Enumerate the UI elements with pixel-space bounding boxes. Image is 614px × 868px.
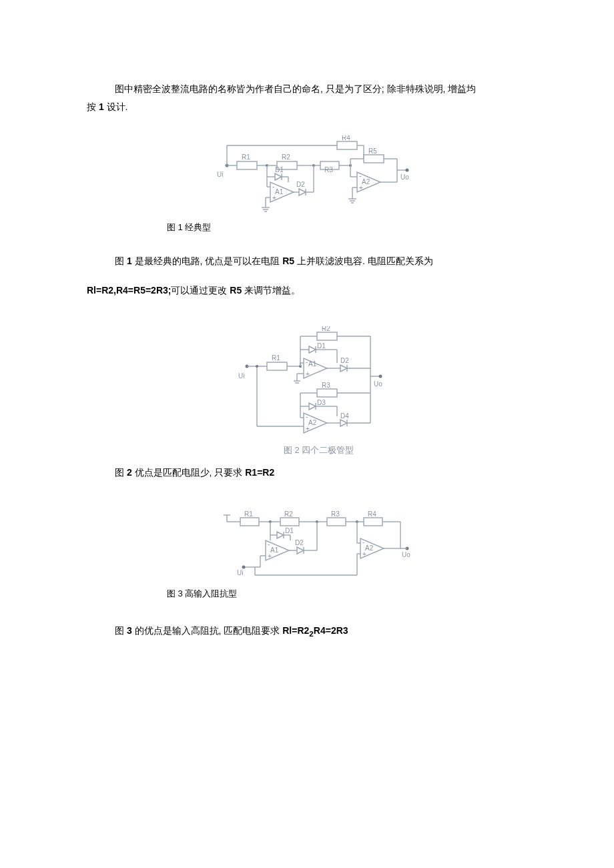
p1-b1: 1: [127, 256, 132, 266]
f3-r2: R2: [284, 510, 293, 518]
p3-a: 图: [115, 625, 127, 636]
figure-2-caption: 图 2 四个二极管型: [284, 445, 354, 455]
paragraph-2: 图 2 优点是匹配电阻少, 只要求 R1=R2: [87, 464, 541, 482]
svg-rect-146: [364, 518, 382, 526]
f3-uo: Uo: [402, 551, 410, 558]
document-page: 图中精密全波整流电路的名称皆为作者自己的命名, 只是为了区分; 除非特殊说明, …: [0, 0, 614, 693]
paragraph-3: 图 3 的优点是输入高阻抗, 匹配电阻要求 Rl=R22R4=2R3: [87, 622, 541, 641]
f2-r2: R2: [322, 326, 330, 332]
intro-bold: 1: [99, 101, 104, 112]
figure-3: R1 R2 D1 A1 -+ U: [87, 508, 541, 582]
f3-r3: R3: [331, 510, 340, 518]
svg-marker-82: [340, 365, 347, 372]
intro-text-1: 图中精密全波整流电路的名称皆为作者自己的命名, 只是为了区分; 除非特殊说明, …: [115, 83, 476, 94]
f3-a1: A1: [270, 546, 279, 554]
f2-uo: Uo: [374, 380, 382, 388]
svg-marker-26: [299, 189, 306, 195]
figure-1: Ui R1 R2 D1 A1 - +: [87, 135, 541, 215]
svg-marker-68: [309, 346, 316, 353]
svg-rect-40: [364, 155, 384, 163]
svg-rect-59: [267, 362, 287, 370]
svg-rect-36: [337, 141, 357, 149]
svg-rect-92: [317, 389, 337, 397]
svg-text:-: -: [272, 183, 274, 190]
svg-point-89: [256, 365, 258, 368]
f2-r3: R3: [322, 382, 330, 389]
figure-3-caption: 图 3 高输入阻抗型: [87, 586, 541, 602]
f3-a2: A2: [365, 544, 374, 552]
f2-a2: A2: [308, 419, 317, 426]
p3-b2b: R4=2R3: [314, 625, 348, 636]
svg-point-133: [242, 565, 246, 568]
intro-paragraph: 图中精密全波整流电路的名称皆为作者自己的命名, 只是为了区分; 除非特殊说明, …: [87, 80, 541, 115]
p3-b2a: Rl=R2: [282, 625, 309, 636]
p2-a: 图: [115, 467, 127, 478]
f1-p: 来调节增益。: [242, 285, 300, 296]
f2-r1: R1: [272, 354, 280, 362]
svg-text:-: -: [359, 172, 361, 179]
f3-ui: Ui: [237, 569, 243, 576]
f1-b2: R5: [230, 285, 242, 296]
circuit-3-svg: R1 R2 D1 A1 -+ U: [214, 508, 414, 582]
svg-rect-64: [317, 332, 337, 340]
f3-d1: D1: [285, 527, 294, 534]
intro-text-2a: 按: [87, 101, 99, 112]
f3-r1: R1: [244, 510, 253, 518]
f3-d2: D2: [295, 539, 304, 546]
svg-marker-107: [340, 420, 347, 426]
svg-text:+: +: [362, 550, 366, 558]
p1-a: 图: [115, 256, 127, 266]
label-ui: Ui: [217, 171, 223, 178]
f2-d3: D3: [317, 399, 326, 406]
svg-marker-11: [275, 173, 282, 180]
svg-marker-96: [309, 403, 316, 410]
svg-text:+: +: [359, 184, 363, 191]
label-a1: A1: [275, 188, 284, 195]
figure-1-caption: 图 1 经典型: [87, 220, 541, 236]
p3-m: 的优点是输入高阻抗, 匹配电阻要求: [132, 625, 283, 636]
p3-b1: 3: [127, 625, 132, 636]
formula-1: Rl=R2,R4=R5=2R3;可以通过更改 R5 来调节增益。: [87, 282, 541, 300]
svg-point-86: [379, 375, 382, 378]
svg-text:-: -: [306, 413, 308, 420]
label-r3: R3: [324, 166, 333, 173]
svg-marker-137: [297, 547, 304, 554]
svg-rect-2: [237, 161, 257, 169]
svg-text:+: +: [268, 552, 272, 560]
f1-m: 可以通过更改: [171, 285, 230, 296]
svg-text:-: -: [362, 538, 364, 546]
label-a2: A2: [362, 178, 370, 185]
svg-text:+: +: [306, 370, 310, 378]
figure-2: Ui R1 R2 D1 A1 -+: [87, 326, 541, 460]
circuit-2-svg: Ui R1 R2 D1 A1 -+: [237, 326, 390, 460]
label-r2: R2: [282, 153, 290, 161]
circuit-1-svg: Ui R1 R2 D1 A1 - +: [214, 135, 414, 215]
label-r4: R4: [342, 135, 350, 141]
f2-d4: D4: [340, 412, 349, 420]
p2-b2: R1=R2: [245, 467, 274, 478]
intro-text-2b: 设计.: [104, 101, 128, 112]
svg-text:+: +: [306, 425, 310, 432]
svg-marker-123: [277, 532, 284, 538]
f2-d1: D1: [317, 342, 326, 350]
f2-d2: D2: [340, 357, 349, 364]
paragraph-1: 图 1 是最经典的电路, 优点是可以在电阻 R5 上并联滤波电容. 电阻匹配关系…: [87, 252, 541, 270]
f3-r4: R4: [368, 510, 376, 518]
f1-b1: Rl=R2,R4=R5=2R3;: [87, 285, 171, 296]
p1-m: 是最经典的电路, 优点是可以在电阻: [132, 256, 283, 266]
p1-b2: R5: [282, 256, 294, 266]
label-uo: Uo: [400, 173, 409, 181]
f2-ui: Ui: [238, 372, 244, 380]
label-d2: D2: [296, 181, 305, 188]
label-r1: R1: [242, 153, 250, 161]
svg-point-56: [406, 169, 409, 172]
svg-rect-112: [240, 518, 259, 526]
svg-text:-: -: [306, 358, 308, 366]
p2-b1: 2: [127, 467, 132, 478]
label-r5: R5: [368, 147, 377, 155]
svg-rect-117: [280, 518, 299, 526]
label-d1: D1: [275, 166, 284, 173]
svg-text:+: +: [272, 194, 276, 201]
svg-rect-143: [327, 518, 346, 526]
p1-p: 上并联滤波电容. 电阻匹配关系为: [294, 256, 433, 266]
